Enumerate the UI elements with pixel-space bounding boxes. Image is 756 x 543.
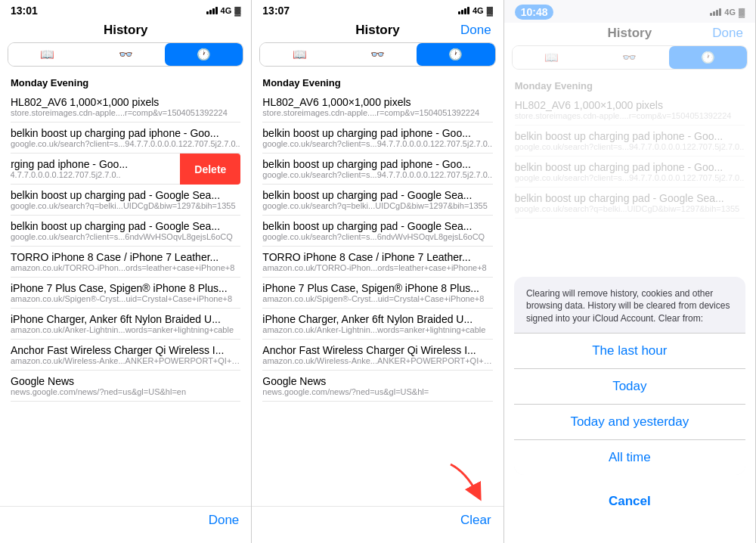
status-time-1: 13:01 xyxy=(11,5,38,17)
item-url: google.co.uk/search?q=belki...UIDCgD&biw… xyxy=(262,201,492,210)
item-title: belkin boost up charging pad - Google Se… xyxy=(262,220,492,232)
item-title: iPhone Charger, Anker 6ft Nylon Braided … xyxy=(11,313,240,325)
nav-done-2[interactable]: Done xyxy=(460,23,491,38)
item-title: belkin boost up charging pad iphone - Go… xyxy=(262,127,492,139)
panel-1: 13:01 4G ▓ History 📖 👓 🕐 Monday Evening … xyxy=(0,0,252,543)
item-title: TORRO iPhone 8 Case / iPhone 7 Leather..… xyxy=(262,251,492,263)
cancel-button[interactable]: Cancel xyxy=(514,482,745,520)
item-title: HL802_AV6 1,000×1,000 pixels xyxy=(11,96,240,108)
nav-title-2: History xyxy=(355,23,400,38)
item-url: amazon.co.uk/TORRO-iPhon...ords=leather+… xyxy=(262,263,492,272)
network-label-2: 4G xyxy=(472,6,484,15)
tab-bar-1[interactable]: 📖 👓 🕐 xyxy=(8,42,243,67)
item-url: amazon.co.uk/Anker-Lightnin...words=anke… xyxy=(262,325,492,334)
signal-icon-1 xyxy=(206,7,218,14)
item-url: uk/search?cli...94.7.7.0.0.0.0.122.707.5… xyxy=(11,170,180,179)
item-title: Google News xyxy=(262,375,492,387)
nav-title-1: History xyxy=(104,23,148,38)
item-url: amazon.co.uk/TORRO-iPhon...ords=leather+… xyxy=(11,263,240,272)
item-url: store.storeimages.cdn-apple....r=comp&v=… xyxy=(262,108,492,117)
history-item[interactable]: belkin boost up charging pad iphone - Go… xyxy=(262,123,492,154)
item-title: iPhone Charger, Anker 6ft Nylon Braided … xyxy=(262,313,492,325)
item-url: amazon.co.uk/Wireless-Anke...ANKER+POWER… xyxy=(262,356,492,365)
done-button-1[interactable]: Done xyxy=(209,513,240,528)
history-item[interactable]: belkin boost up charging pad - Google Se… xyxy=(11,185,240,216)
item-url: amazon.co.uk/Wireless-Anke...ANKER+POWER… xyxy=(11,356,240,365)
history-item-swiped[interactable]: boost up charging pad iphone - Goo... uk… xyxy=(11,154,180,185)
history-item[interactable]: HL802_AV6 1,000×1,000 pixels store.store… xyxy=(262,92,492,123)
clear-option-all-time[interactable]: All time xyxy=(514,440,745,475)
item-title: belkin boost up charging pad - Google Se… xyxy=(11,220,240,232)
item-url: google.co.uk/search?client=s...6ndvWvHSO… xyxy=(11,232,240,241)
item-title: iPhone 7 Plus Case, Spigen® iPhone 8 Plu… xyxy=(11,282,240,294)
swipe-row[interactable]: Delete boost up charging pad iphone - Go… xyxy=(11,154,240,185)
history-item[interactable]: Anchor Fast Wireless Charger Qi Wireless… xyxy=(262,340,492,371)
tab-bar-2[interactable]: 📖 👓 🕐 xyxy=(259,42,495,67)
clear-option-last-hour[interactable]: The last hour xyxy=(514,334,745,369)
item-title: boost up charging pad iphone - Goo... xyxy=(11,158,180,170)
clear-option-today[interactable]: Today xyxy=(514,369,745,405)
clear-dialog-overlay: Clearing will remove history, cookies an… xyxy=(504,0,755,543)
item-title: Anchor Fast Wireless Charger Qi Wireless… xyxy=(11,344,240,356)
item-url: amazon.co.uk/Spigen®-Cryst...uid=Crystal… xyxy=(262,294,492,303)
history-item[interactable]: iPhone Charger, Anker 6ft Nylon Braided … xyxy=(262,309,492,340)
history-item[interactable]: belkin boost up charging pad iphone - Go… xyxy=(11,123,240,154)
item-url: google.co.uk/search?client=s...94.7.7.0.… xyxy=(262,170,492,179)
item-title: belkin boost up charging pad iphone - Go… xyxy=(262,158,492,170)
history-item[interactable]: belkin boost up charging pad - Google Se… xyxy=(262,216,492,247)
history-item[interactable]: HL802_AV6 1,000×1,000 pixels store.store… xyxy=(11,92,240,123)
tab-reading-1[interactable]: 👓 xyxy=(86,43,164,66)
clear-dialog: Clearing will remove history, cookies an… xyxy=(514,277,745,475)
status-bar-1: 13:01 4G ▓ xyxy=(0,0,251,20)
network-label-1: 4G xyxy=(221,6,232,15)
item-title: belkin boost up charging pad - Google Se… xyxy=(262,189,492,201)
clear-button-2[interactable]: Clear xyxy=(460,513,491,528)
history-item[interactable]: iPhone 7 Plus Case, Spigen® iPhone 8 Plu… xyxy=(262,278,492,309)
tab-history-2[interactable]: 🕐 xyxy=(417,43,494,66)
history-item[interactable]: TORRO iPhone 8 Case / iPhone 7 Leather..… xyxy=(11,247,240,278)
item-url: google.co.uk/search?q=belki...UIDCgD&biw… xyxy=(11,201,240,210)
history-item[interactable]: iPhone Charger, Anker 6ft Nylon Braided … xyxy=(11,309,240,340)
item-title: Anchor Fast Wireless Charger Qi Wireless… xyxy=(262,344,492,356)
item-url: google.co.uk/search?client=s...6ndvWvHSO… xyxy=(262,232,492,241)
section-header-2: Monday Evening xyxy=(262,71,492,92)
history-item[interactable]: belkin boost up charging pad - Google Se… xyxy=(11,216,240,247)
nav-bar-1: History xyxy=(0,20,251,42)
tab-reading-2[interactable]: 👓 xyxy=(339,43,417,66)
item-title: belkin boost up charging pad - Google Se… xyxy=(11,189,240,201)
item-title: belkin boost up charging pad iphone - Go… xyxy=(11,127,240,139)
item-url: news.google.com/news/?ned=us&gl=US&hl= xyxy=(262,387,492,396)
delete-button[interactable]: Delete xyxy=(180,154,240,185)
status-icons-2: 4G ▓ xyxy=(458,6,493,15)
history-item[interactable]: iPhone 7 Plus Case, Spigen® iPhone 8 Plu… xyxy=(11,278,240,309)
status-bar-2: 13:07 4G ▓ xyxy=(252,0,503,20)
nav-bar-2: History Done xyxy=(252,20,503,42)
bottom-bar-2: Clear xyxy=(252,506,503,543)
tab-bookmarks-2[interactable]: 📖 xyxy=(260,43,338,66)
history-list-1: Monday Evening HL802_AV6 1,000×1,000 pix… xyxy=(0,71,251,506)
item-url: news.google.com/news/?ned=us&gl=US&hl=en xyxy=(11,387,240,396)
item-url: store.storeimages.cdn-apple....r=comp&v=… xyxy=(11,108,240,117)
panel-3: 10:48 4G ▓ History Done 📖 👓 🕐 Monday Eve… xyxy=(504,0,756,543)
item-title: TORRO iPhone 8 Case / iPhone 7 Leather..… xyxy=(11,251,240,263)
battery-icon-1: ▓ xyxy=(234,6,240,15)
signal-icon-2 xyxy=(458,7,469,14)
panel-2: 13:07 4G ▓ History Done 📖 👓 🕐 Monday Eve… xyxy=(252,0,503,543)
status-time-2: 13:07 xyxy=(262,5,290,17)
history-item[interactable]: belkin boost up charging pad iphone - Go… xyxy=(262,154,492,185)
bottom-bar-1: Done xyxy=(0,506,251,543)
history-list-2: Monday Evening HL802_AV6 1,000×1,000 pix… xyxy=(252,71,503,506)
item-title: iPhone 7 Plus Case, Spigen® iPhone 8 Plu… xyxy=(262,282,492,294)
battery-icon-2: ▓ xyxy=(487,6,493,15)
item-url: amazon.co.uk/Anker-Lightnin...words=anke… xyxy=(11,325,240,334)
clear-option-today-yesterday[interactable]: Today and yesterday xyxy=(514,405,745,440)
history-item[interactable]: belkin boost up charging pad - Google Se… xyxy=(262,185,492,216)
history-item[interactable]: Google News news.google.com/news/?ned=us… xyxy=(11,371,240,402)
tab-bookmarks-1[interactable]: 📖 xyxy=(8,43,86,66)
item-url: amazon.co.uk/Spigen®-Cryst...uid=Crystal… xyxy=(11,294,240,303)
history-item[interactable]: Anchor Fast Wireless Charger Qi Wireless… xyxy=(11,340,240,371)
history-item[interactable]: TORRO iPhone 8 Case / iPhone 7 Leather..… xyxy=(262,247,492,278)
history-item[interactable]: Google News news.google.com/news/?ned=us… xyxy=(262,371,492,402)
status-icons-1: 4G ▓ xyxy=(206,6,241,15)
tab-history-1[interactable]: 🕐 xyxy=(165,43,243,66)
